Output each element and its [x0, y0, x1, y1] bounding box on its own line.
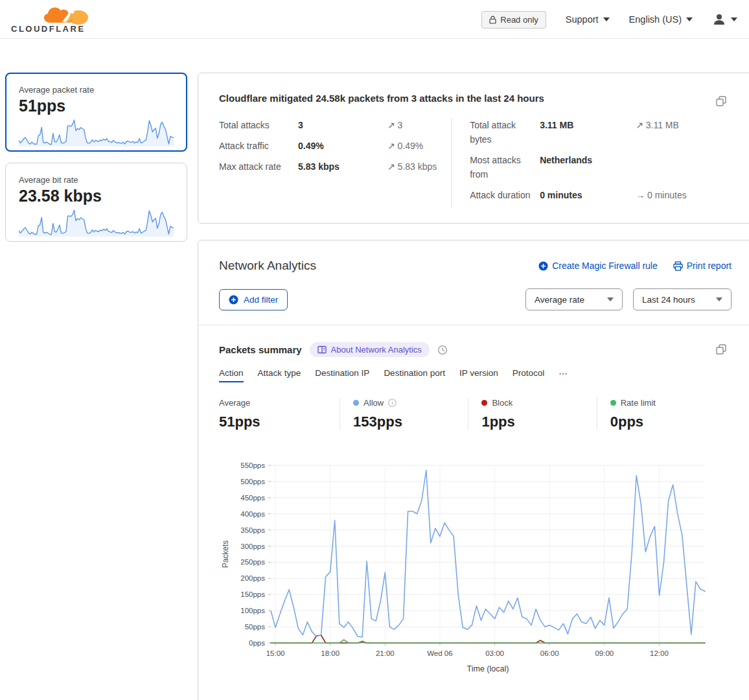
account-menu[interactable]	[712, 12, 737, 27]
stat-value: Netherlands	[540, 153, 636, 167]
stat-value: 3.11 MB	[540, 118, 636, 132]
chevron-down-icon	[731, 18, 737, 21]
stat-block: Block 1pps	[468, 398, 596, 430]
about-badge-label: About Network Analytics	[331, 345, 422, 355]
stat-value: 3	[298, 118, 387, 132]
svg-text:06:00: 06:00	[540, 649, 559, 657]
svg-text:250pps: 250pps	[240, 558, 265, 566]
stat-label: Attack duration	[470, 188, 540, 202]
rate-select-value: Average rate	[535, 295, 584, 305]
cloudflare-logo[interactable]: CLOUDFLARE	[10, 3, 94, 36]
user-icon	[712, 12, 726, 27]
language-label: English (US)	[629, 14, 682, 25]
summary-title: Cloudflare mitigated 24.58k packets from…	[219, 93, 746, 104]
stat-label: Attack traffic	[219, 139, 298, 153]
tab-action[interactable]: Action	[219, 368, 244, 382]
plus-circle-icon	[229, 295, 238, 305]
packets-time-series-chart[interactable]: 0pps50pps100pps150pps200pps250pps300pps3…	[219, 456, 711, 675]
chevron-down-icon	[607, 298, 614, 301]
tab-destination-ip[interactable]: Destination IP	[315, 368, 369, 382]
stat-trend: → 0 minutes	[636, 188, 746, 202]
stat-value: 51pps	[219, 414, 340, 430]
summary-row: Max attack rate 5.83 kbps ↗ 5.83 kbps	[219, 159, 451, 174]
time-select-value: Last 24 hours	[642, 295, 695, 305]
rate-type-select[interactable]: Average rate	[525, 288, 623, 310]
tabs-more[interactable]: ⋯	[559, 368, 568, 382]
packets-summary-title: Packets summary	[219, 344, 302, 355]
svg-text:Packets: Packets	[221, 541, 230, 568]
packet-rate-sparkline	[19, 117, 174, 146]
chevron-down-icon	[603, 18, 610, 21]
svg-text:100pps: 100pps	[240, 607, 265, 614]
top-navigation-bar: CLOUDFLARE Read only Support English (US…	[0, 0, 749, 39]
metric-value: 51pps	[19, 97, 174, 115]
add-filter-button[interactable]: Add filter	[219, 289, 288, 310]
svg-text:Time (local): Time (local)	[467, 664, 509, 673]
print-report-link[interactable]: Print report	[673, 261, 732, 271]
lock-icon	[489, 16, 496, 24]
about-network-analytics-badge[interactable]: About Network Analytics	[310, 342, 430, 357]
summary-row: Total attacks 3 ↗ 3	[219, 118, 451, 132]
stat-label: Average	[219, 398, 250, 408]
print-report-label: Print report	[687, 261, 732, 271]
book-icon	[317, 345, 327, 354]
stat-label: Rate limit	[621, 398, 656, 408]
cloudflare-logo-text: CLOUDFLARE	[11, 24, 86, 34]
expand-card-icon[interactable]	[715, 344, 727, 355]
bit-rate-sparkline	[19, 207, 174, 237]
summary-row: Total attack bytes 3.11 MB ↗ 3.11 MB	[470, 118, 746, 146]
stat-trend: ↗ 3	[387, 118, 451, 132]
stat-value: 0pps	[610, 414, 725, 430]
support-menu[interactable]: Support	[566, 14, 610, 25]
network-analytics-title: Network Analytics	[219, 259, 316, 273]
svg-text:200pps: 200pps	[240, 574, 265, 582]
stat-trend: ↗ 0.49%	[387, 139, 451, 153]
stat-value: 1pps	[481, 414, 596, 430]
stat-value: 153pps	[353, 414, 468, 430]
metric-card-packet-rate[interactable]: Average packet rate 51pps	[5, 73, 187, 152]
svg-text:03:00: 03:00	[485, 649, 504, 657]
summary-stats-grid: Total attacks 3 ↗ 3 Attack traffic 0.49%…	[219, 118, 746, 209]
create-rule-label: Create Magic Firewall rule	[552, 261, 658, 271]
stat-rate-limit: Rate limit 0pps	[597, 398, 725, 430]
create-magic-firewall-rule-link[interactable]: Create Magic Firewall rule	[538, 261, 658, 271]
svg-text:150pps: 150pps	[240, 590, 265, 598]
svg-text:450pps: 450pps	[240, 494, 265, 502]
stat-label: Total attacks	[219, 118, 298, 132]
chevron-down-icon	[716, 298, 722, 301]
stat-allow: Allow 153pps	[340, 398, 468, 430]
expand-card-icon[interactable]	[715, 95, 727, 107]
info-icon[interactable]	[388, 399, 397, 407]
language-menu[interactable]: English (US)	[629, 14, 693, 25]
tab-destination-port[interactable]: Destination port	[384, 368, 445, 382]
tab-attack-type[interactable]: Attack type	[258, 368, 301, 382]
cloudflare-cloud-icon	[43, 5, 90, 25]
svg-text:21:00: 21:00	[376, 649, 395, 657]
read-only-label: Read only	[500, 15, 538, 25]
tab-ip-version[interactable]: IP version	[459, 368, 498, 382]
svg-text:350pps: 350pps	[240, 526, 265, 534]
summary-row: Most attacks from Netherlands	[470, 153, 746, 181]
attack-summary-card: Cloudflare mitigated 24.58k packets from…	[198, 73, 749, 224]
stat-value: 5.83 kbps	[298, 159, 387, 174]
block-dot	[481, 400, 487, 406]
network-analytics-card: Network Analytics Create Magic Firewall …	[198, 240, 749, 700]
legend-stats-row: Average 51pps Allow 153pps	[219, 398, 725, 430]
summary-row: Attack duration 0 minutes → 0 minutes	[470, 188, 746, 202]
stat-trend: ↗ 5.83 kbps	[387, 159, 451, 174]
summary-row: Attack traffic 0.49% ↗ 0.49%	[219, 139, 451, 153]
tab-protocol[interactable]: Protocol	[513, 368, 545, 382]
svg-text:09:00: 09:00	[595, 649, 614, 657]
time-range-select[interactable]: Last 24 hours	[633, 288, 732, 310]
svg-text:0pps: 0pps	[249, 639, 265, 647]
svg-text:12:00: 12:00	[650, 649, 669, 657]
metric-label: Average bit rate	[19, 175, 174, 185]
svg-text:18:00: 18:00	[321, 649, 340, 657]
chevron-down-icon	[686, 18, 693, 21]
stat-label: Most attacks from	[470, 153, 540, 181]
metric-card-bit-rate[interactable]: Average bit rate 23.58 kbps	[5, 163, 187, 242]
svg-text:Wed 06: Wed 06	[427, 649, 452, 657]
history-clock-icon[interactable]	[437, 345, 448, 355]
stat-label: Allow	[363, 398, 384, 408]
metric-value: 23.58 kbps	[19, 187, 174, 205]
